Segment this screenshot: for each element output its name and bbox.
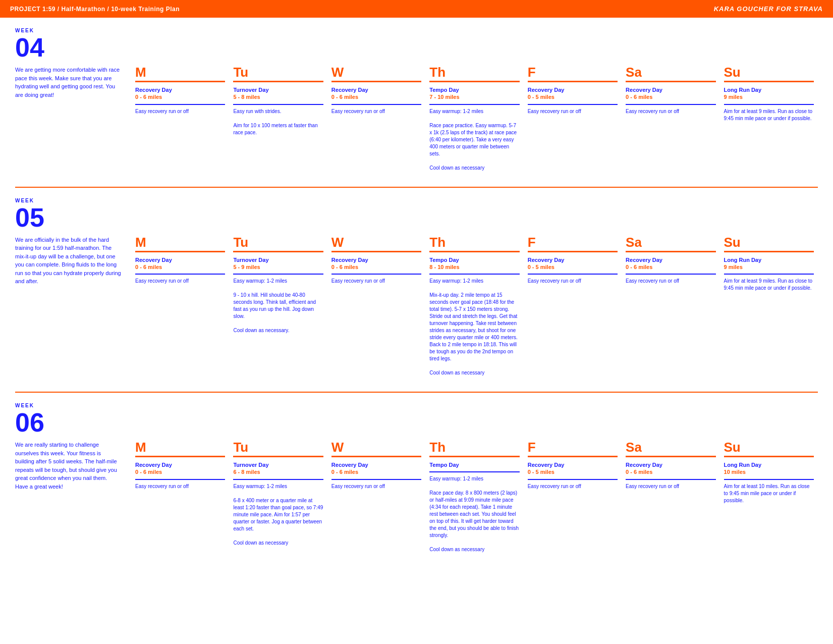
week-row-divider [15, 187, 818, 188]
day-col-w: WRecovery Day0 - 6 milesEasy recovery ru… [327, 236, 425, 377]
day-divider [135, 456, 225, 457]
workout-miles: 7 - 10 miles [429, 93, 519, 100]
day-col-su: SuLong Run Day9 milesAim for at least 9 … [720, 66, 818, 172]
week-label: WEEK [15, 28, 818, 33]
workout-type: Recovery Day [331, 86, 421, 93]
day-header: Sa [626, 66, 715, 79]
header: PROJECT 1:59 / Half-Marathon / 10-week T… [0, 0, 833, 18]
workout-type: Recovery Day [528, 86, 618, 93]
workout-divider [429, 471, 519, 472]
workout-desc: Easy warmup: 1-2 milesRace pace day. 8 x… [429, 475, 519, 553]
day-col-tu: TuTurnover Day6 - 8 milesEasy warmup: 1-… [229, 441, 327, 553]
week-label: WEEK [15, 198, 818, 203]
week-number: 06 [15, 409, 818, 436]
day-header: Tu [233, 236, 323, 249]
workout-miles: 0 - 5 miles [528, 263, 618, 271]
workout-miles: 6 - 8 miles [233, 468, 323, 475]
day-header: M [135, 441, 225, 454]
workout-desc: Easy recovery run or off [626, 108, 715, 115]
days-grid: MRecovery Day0 - 6 milesEasy recovery ru… [131, 236, 818, 377]
workout-desc: Easy warmup: 1-2 milesMix-it-up day. 2 m… [429, 278, 519, 377]
workout-divider [429, 104, 519, 105]
workout-type: Recovery Day [331, 461, 421, 468]
workout-divider [135, 104, 225, 105]
day-header: W [331, 441, 421, 454]
workout-type: Long Run Day [724, 86, 814, 93]
workout-divider [233, 274, 323, 275]
main-content: WEEK04We are getting more comfortable wi… [0, 18, 833, 578]
day-header: Su [724, 66, 814, 79]
week-row-divider [15, 392, 818, 393]
workout-desc: Easy recovery run or off [135, 483, 225, 490]
workout-miles: 8 - 10 miles [429, 263, 519, 271]
workout-desc: Easy warmup: 1-2 milesRace pace practice… [429, 108, 519, 172]
workout-type: Recovery Day [135, 461, 225, 468]
day-divider [724, 251, 814, 252]
workout-desc: Easy warmup: 1-2 miles6-8 x 400 meter or… [233, 483, 323, 547]
workout-desc: Easy recovery run or off [528, 483, 618, 490]
workout-desc: Easy warmup: 1-2 miles9 - 10 x hill. Hil… [233, 278, 323, 334]
workout-divider [331, 274, 421, 275]
day-header: Th [429, 66, 519, 79]
workout-miles: 0 - 6 miles [135, 263, 225, 271]
day-header: Th [429, 236, 519, 249]
day-divider [626, 251, 715, 252]
workout-desc: Easy recovery run or off [331, 483, 421, 490]
day-col-th: ThTempo DayEasy warmup: 1-2 milesRace pa… [425, 441, 523, 553]
workout-miles: 0 - 6 miles [331, 263, 421, 271]
workout-type: Recovery Day [626, 461, 715, 468]
day-col-su: SuLong Run Day9 milesAim for at least 9 … [720, 236, 818, 377]
day-col-w: WRecovery Day0 - 6 milesEasy recovery ru… [327, 66, 425, 172]
workout-divider [528, 104, 618, 105]
workout-miles: 5 - 8 miles [233, 93, 323, 100]
workout-divider [135, 274, 225, 275]
workout-miles: 0 - 6 miles [626, 93, 715, 100]
day-header: F [528, 441, 618, 454]
days-grid: MRecovery Day0 - 6 milesEasy recovery ru… [131, 441, 818, 553]
day-header: Su [724, 236, 814, 249]
day-col-f: FRecovery Day0 - 5 milesEasy recovery ru… [524, 441, 622, 553]
workout-divider [626, 274, 715, 275]
workout-desc: Easy recovery run or off [528, 108, 618, 115]
workout-type: Long Run Day [724, 256, 814, 263]
day-divider [528, 251, 618, 252]
day-divider [626, 456, 715, 457]
day-col-f: FRecovery Day0 - 5 milesEasy recovery ru… [524, 66, 622, 172]
workout-miles: 9 miles [724, 263, 814, 271]
day-col-sa: SaRecovery Day0 - 6 milesEasy recovery r… [622, 441, 719, 553]
day-divider [331, 456, 421, 457]
day-header: Su [724, 441, 814, 454]
day-header: F [528, 236, 618, 249]
day-col-th: ThTempo Day8 - 10 milesEasy warmup: 1-2 … [425, 236, 523, 377]
workout-divider [135, 479, 225, 480]
workout-miles: 0 - 5 miles [528, 468, 618, 475]
week-section-05: WEEK05We are officially in the bulk of t… [15, 198, 818, 377]
workout-desc: Aim for at least 9 miles. Run as close t… [724, 108, 814, 122]
header-right: KARA GOUCHER FOR STRAVA [714, 5, 823, 13]
workout-desc: Aim for at least 9 miles. Run as close t… [724, 278, 814, 292]
workout-divider [233, 479, 323, 480]
day-divider [135, 81, 225, 82]
workout-miles: 5 - 9 miles [233, 263, 323, 271]
day-col-m: MRecovery Day0 - 6 milesEasy recovery ru… [131, 441, 229, 553]
workout-desc: Easy recovery run or off [528, 278, 618, 285]
workout-type: Recovery Day [135, 256, 225, 263]
workout-type: Tempo Day [429, 461, 519, 468]
workout-desc: Easy recovery run or off [331, 278, 421, 285]
days-grid: MRecovery Day0 - 6 milesEasy recovery ru… [131, 66, 818, 172]
workout-type: Recovery Day [135, 86, 225, 93]
workout-desc: Easy recovery run or off [135, 278, 225, 285]
day-header: Sa [626, 441, 715, 454]
workout-divider [724, 274, 814, 275]
workout-desc: Easy recovery run or off [626, 278, 715, 285]
day-header: M [135, 66, 225, 79]
week-label: WEEK [15, 403, 818, 408]
day-divider [233, 456, 323, 457]
day-header: Th [429, 441, 519, 454]
workout-type: Turnover Day [233, 256, 323, 263]
day-col-m: MRecovery Day0 - 6 milesEasy recovery ru… [131, 236, 229, 377]
header-brand: STRAVA [794, 5, 823, 13]
day-header: W [331, 236, 421, 249]
day-col-tu: TuTurnover Day5 - 9 milesEasy warmup: 1-… [229, 236, 327, 377]
day-divider [233, 81, 323, 82]
